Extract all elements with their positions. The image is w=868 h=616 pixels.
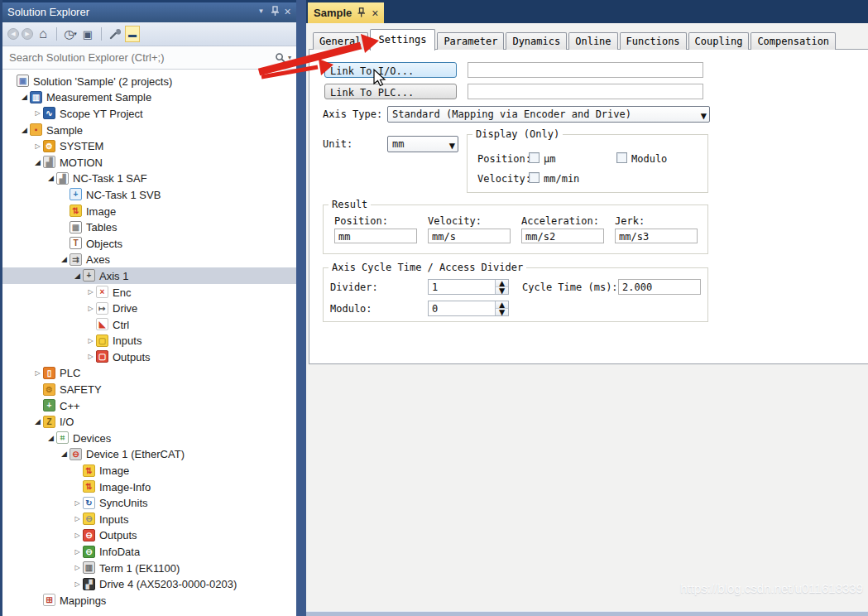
- expand-arrow-icon[interactable]: ▷: [72, 564, 83, 571]
- tree-item-device-1-ethercat[interactable]: ◢⊖Device 1 (EtherCAT): [2, 446, 296, 463]
- tree-item-inputs[interactable]: ▷▢Inputs: [2, 333, 296, 349]
- tree-item-c[interactable]: +C++: [2, 397, 296, 414]
- home-icon[interactable]: ⌂: [36, 26, 50, 42]
- search-input[interactable]: [2, 51, 275, 64]
- tree-item-syncunits[interactable]: ▷↻SyncUnits: [2, 494, 296, 511]
- expand-arrow-icon[interactable]: ▷: [72, 515, 83, 522]
- close-icon[interactable]: ×: [282, 5, 296, 18]
- tree-item-axes[interactable]: ◢⇉Axes: [2, 252, 296, 268]
- document-tab-sample[interactable]: Sample ×: [308, 2, 384, 23]
- sync-with-active-document-icon[interactable]: ◷▾: [63, 26, 78, 42]
- tab-parameter[interactable]: Parameter: [437, 32, 504, 50]
- collapse-arrow-icon[interactable]: ◢: [59, 255, 70, 263]
- collapse-arrow-icon[interactable]: ◢: [72, 272, 83, 280]
- expand-arrow-icon[interactable]: ▷: [85, 305, 96, 312]
- collapse-arrow-icon[interactable]: ◢: [32, 158, 43, 166]
- properties-wrench-icon[interactable]: [108, 26, 122, 42]
- expand-arrow-icon[interactable]: ▷: [72, 580, 83, 588]
- tree-item-image-info[interactable]: ⇅Image-Info: [2, 479, 296, 495]
- tree-item-motion[interactable]: ◢▟MOTION: [2, 154, 296, 171]
- tree-item-outputs[interactable]: ▷⊖Outputs: [2, 527, 296, 544]
- search-options-caret-icon[interactable]: ▾: [286, 54, 296, 61]
- solution-icon: ▣: [17, 75, 29, 87]
- tree-item-sample[interactable]: ◢▪Sample: [2, 122, 296, 138]
- collapse-all-icon[interactable]: ▬: [125, 26, 140, 42]
- expand-arrow-icon[interactable]: ▷: [32, 142, 43, 150]
- expand-arrow-icon[interactable]: ▷: [85, 288, 96, 296]
- position-um-checkbox[interactable]: [529, 152, 540, 163]
- axis-type-dropdown[interactable]: Standard (Mapping via Encoder and Drive)…: [387, 106, 710, 123]
- window-position-menu-icon[interactable]: ▼: [254, 7, 268, 15]
- close-icon[interactable]: ×: [372, 8, 378, 18]
- unit-dropdown[interactable]: mm ▼: [387, 136, 458, 152]
- tab-compensation[interactable]: Compensation: [751, 32, 836, 50]
- result-position-field[interactable]: mm: [334, 229, 417, 243]
- tab-settings[interactable]: Settings: [370, 29, 436, 51]
- back-icon[interactable]: ◀: [7, 28, 19, 40]
- expand-arrow-icon[interactable]: ▷: [72, 548, 83, 556]
- pin-icon[interactable]: [357, 7, 366, 18]
- show-all-files-icon[interactable]: ▣: [80, 26, 95, 42]
- modulo-stepper[interactable]: 0 ▲▼: [428, 301, 509, 316]
- link-to-io-button[interactable]: Link To I/O...: [324, 62, 457, 78]
- tree-item-objects[interactable]: TObjects: [2, 235, 296, 252]
- divider-stepper[interactable]: 1 ▲▼: [428, 279, 509, 295]
- collapse-arrow-icon[interactable]: ◢: [59, 450, 70, 458]
- tab-coupling[interactable]: Coupling: [688, 32, 750, 50]
- panel-splitter[interactable]: [296, 0, 306, 616]
- pin-icon[interactable]: [268, 6, 282, 17]
- tab-dynamics[interactable]: Dynamics: [506, 32, 567, 50]
- tab-general[interactable]: General: [313, 32, 368, 50]
- link-to-plc-button[interactable]: Link To PLC...: [324, 84, 457, 99]
- tree-item-term-1-ek1100[interactable]: ▷▥Term 1 (EK1100): [2, 560, 296, 576]
- search-icon[interactable]: [275, 52, 286, 64]
- cycle-time-field[interactable]: 2.000: [618, 279, 701, 295]
- expand-arrow-icon[interactable]: ▷: [72, 532, 83, 539]
- tab-functions[interactable]: Functions: [620, 32, 687, 50]
- expand-arrow-icon[interactable]: ▷: [85, 353, 96, 360]
- stepper-arrows-icon[interactable]: ▲▼: [495, 280, 508, 294]
- tree-item-outputs[interactable]: ▷▢Outputs: [2, 349, 296, 365]
- tree-item-drive[interactable]: ▷↦Drive: [2, 300, 296, 316]
- modulo-value: 0: [432, 303, 438, 315]
- modulo-checkbox[interactable]: [616, 152, 627, 163]
- tree-item-ctrl[interactable]: ◣Ctrl: [2, 316, 296, 333]
- tab-online[interactable]: Online: [568, 32, 617, 50]
- tree-item-nc-task-1-saf[interactable]: ◢▟NC-Task 1 SAF: [2, 171, 296, 187]
- collapse-arrow-icon[interactable]: ◢: [46, 174, 56, 182]
- link-to-io-value-field[interactable]: [468, 62, 703, 78]
- tree-item-plc[interactable]: ▷▯PLC: [2, 365, 296, 382]
- tree-item-mappings[interactable]: ⊞Mappings: [2, 592, 296, 609]
- collapse-arrow-icon[interactable]: ◢: [19, 93, 30, 101]
- tree-item-devices[interactable]: ◢⌗Devices: [2, 430, 296, 446]
- tree-item-nc-task-1-svb[interactable]: +NC-Task 1 SVB: [2, 186, 296, 203]
- tree-item-safety[interactable]: ⚙SAFETY: [2, 381, 296, 397]
- result-jerk-field[interactable]: mm/s3: [615, 229, 698, 243]
- tree-item-drive-4-ax5203-0000-0203[interactable]: ▷▞Drive 4 (AX5203-0000-0203): [2, 575, 296, 592]
- tree-item-measurement-sample[interactable]: ◢▥Measurement Sample: [2, 89, 296, 106]
- tree-item-image[interactable]: ⇅Image: [2, 203, 296, 219]
- tree-item-system[interactable]: ▷⚙SYSTEM: [2, 137, 296, 154]
- expand-arrow-icon[interactable]: ▷: [72, 499, 83, 507]
- velocity-mm-min-checkbox[interactable]: [529, 172, 540, 183]
- expand-arrow-icon[interactable]: ▷: [85, 337, 96, 344]
- tree-item-image[interactable]: ⇅Image: [2, 462, 296, 479]
- collapse-arrow-icon[interactable]: ◢: [32, 417, 43, 426]
- collapse-arrow-icon[interactable]: ◢: [19, 126, 30, 134]
- tree-item-infodata[interactable]: ▷⊖InfoData: [2, 543, 296, 560]
- expand-arrow-icon[interactable]: ▷: [32, 109, 43, 117]
- collapse-arrow-icon[interactable]: ◢: [46, 434, 56, 442]
- expand-arrow-icon[interactable]: ▷: [32, 369, 43, 377]
- tree-item-tables[interactable]: ▦Tables: [2, 219, 296, 235]
- tree-item-axis-1[interactable]: ◢+Axis 1: [2, 267, 296, 284]
- tree-item-i-o[interactable]: ◢ZI/O: [2, 413, 296, 430]
- result-velocity-field[interactable]: mm/s: [428, 229, 511, 243]
- forward-icon[interactable]: ▶: [22, 28, 33, 40]
- link-to-plc-value-field[interactable]: [468, 84, 703, 99]
- tree-item-solution-sample-2-projects[interactable]: ▣Solution 'Sample' (2 projects): [2, 73, 296, 89]
- tree-item-enc[interactable]: ▷×Enc: [2, 284, 296, 301]
- motion-icon: ▟: [43, 156, 55, 168]
- result-acceleration-field[interactable]: mm/s2: [521, 229, 604, 243]
- tree-item-scope-yt-project[interactable]: ▷∿Scope YT Project: [2, 105, 296, 122]
- tree-item-inputs[interactable]: ▷⊖Inputs: [2, 511, 296, 527]
